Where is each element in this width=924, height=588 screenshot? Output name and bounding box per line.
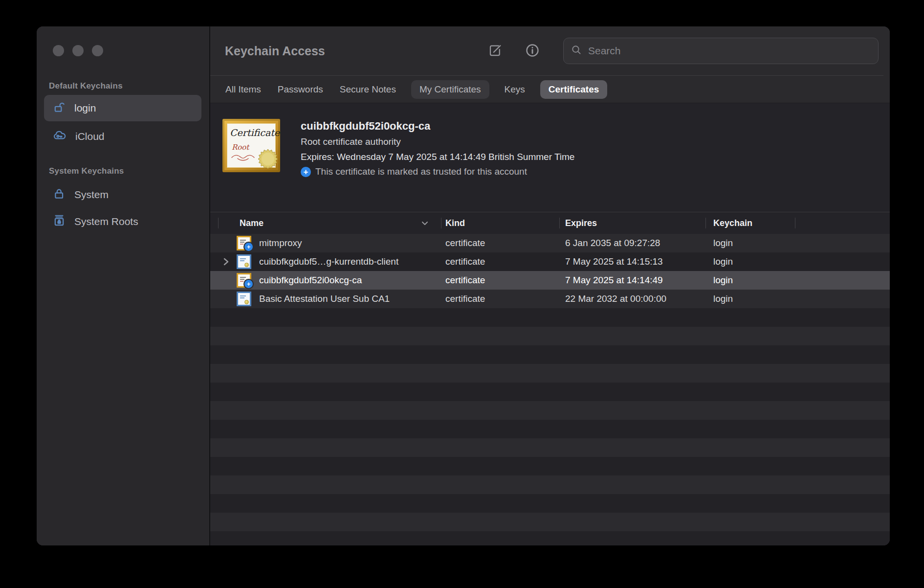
table-row[interactable]: + mitmproxy certificate 6 Jan 2035 at 09… xyxy=(210,234,890,252)
empty-row xyxy=(210,513,890,531)
app-title: Keychain Access xyxy=(225,26,325,76)
certificate-list: + mitmproxy certificate 6 Jan 2035 at 09… xyxy=(210,234,890,545)
sidebar-section-system-keychains: System Keychains xyxy=(49,166,124,176)
table-row-selected[interactable]: + cuibbfkgdubf52i0okcg-ca certificate 7 … xyxy=(210,271,890,290)
lock-box-icon xyxy=(53,214,66,229)
close-button[interactable] xyxy=(53,45,64,56)
zoom-button[interactable] xyxy=(92,45,103,56)
content-area: Keychain Access xyxy=(210,26,890,545)
empty-row xyxy=(210,457,890,475)
tab-my-certificates[interactable]: My Certificates xyxy=(411,80,489,99)
sidebar-item-label: System xyxy=(74,189,109,201)
unlocked-padlock-icon xyxy=(53,101,66,116)
column-header-expires[interactable]: Expires xyxy=(565,212,597,234)
disclosure-chevron-icon[interactable] xyxy=(222,257,230,269)
empty-row xyxy=(210,420,890,438)
root-certificate-icon: Certificate Root xyxy=(222,119,280,172)
search-input[interactable] xyxy=(587,45,871,57)
minimize-button[interactable] xyxy=(72,45,84,56)
certificate-detail-panel: Certificate Root cuibbfkgdubf52i0okcg-ca… xyxy=(210,103,890,212)
seal-icon xyxy=(244,263,249,267)
empty-row xyxy=(210,494,890,513)
tab-passwords[interactable]: Passwords xyxy=(269,80,331,99)
empty-row xyxy=(210,364,890,383)
new-item-button[interactable] xyxy=(488,26,503,76)
compose-icon xyxy=(488,43,503,59)
empty-row xyxy=(210,308,890,327)
certificate-icon xyxy=(237,292,251,306)
sidebar-item-label: login xyxy=(74,102,96,114)
tab-secure-notes[interactable]: Secure Notes xyxy=(331,80,404,99)
empty-row xyxy=(210,345,890,364)
sidebar-item-system-roots[interactable]: System Roots xyxy=(44,208,201,235)
search-field[interactable] xyxy=(563,38,879,64)
empty-row xyxy=(210,475,890,494)
empty-row xyxy=(210,401,890,420)
sidebar-item-label: iCloud xyxy=(75,131,105,142)
toolbar: Keychain Access xyxy=(210,26,890,76)
tab-bar: All Items Passwords Secure Notes My Cert… xyxy=(210,76,890,103)
cloud-key-icon xyxy=(53,129,66,144)
sidebar: Default Keychains login iCloud System Ke… xyxy=(37,26,209,545)
sidebar-item-label: System Roots xyxy=(74,216,138,227)
column-header-kind[interactable]: Kind xyxy=(445,212,465,234)
column-header-keychain[interactable]: Keychain xyxy=(713,212,752,234)
certificate-kind: Root certificate authority xyxy=(301,136,401,147)
certificate-trust-status: + This certificate is marked as trusted … xyxy=(301,166,527,177)
empty-row xyxy=(210,438,890,457)
window-controls xyxy=(53,45,103,56)
tab-all-items[interactable]: All Items xyxy=(217,80,269,99)
certificate-expiry: Expires: Wednesday 7 May 2025 at 14:14:4… xyxy=(301,152,574,162)
trusted-plus-icon: + xyxy=(301,167,311,177)
table-filler xyxy=(210,308,890,545)
empty-row xyxy=(210,531,890,545)
seal-icon xyxy=(244,300,249,304)
search-icon xyxy=(571,44,582,58)
column-header-name[interactable]: Name xyxy=(240,212,264,234)
tab-keys[interactable]: Keys xyxy=(496,80,533,99)
trusted-certificate-icon: + xyxy=(237,273,251,288)
sidebar-item-icloud[interactable]: iCloud xyxy=(44,123,201,150)
table-row[interactable]: Basic Attestation User Sub CA1 certifica… xyxy=(210,290,890,308)
table-row[interactable]: cuibbfkgdubf5…g-kurrentdb-client certifi… xyxy=(210,252,890,271)
sidebar-section-default-keychains: Default Keychains xyxy=(49,81,123,91)
certificate-icon xyxy=(237,254,251,269)
sidebar-item-system[interactable]: System xyxy=(44,181,201,208)
empty-row xyxy=(210,383,890,401)
sort-chevron-down-icon[interactable] xyxy=(420,220,429,228)
info-icon xyxy=(525,43,540,60)
keychain-access-window: Default Keychains login iCloud System Ke… xyxy=(37,26,890,545)
sidebar-item-login[interactable]: login xyxy=(44,95,201,121)
desktop: { "window": { "title": "Keychain Access"… xyxy=(0,0,924,588)
tab-certificates[interactable]: Certificates xyxy=(540,80,608,99)
info-button[interactable] xyxy=(525,26,540,76)
trust-badge-icon: + xyxy=(243,279,254,289)
locked-padlock-icon xyxy=(53,187,66,203)
empty-row xyxy=(210,327,890,345)
certificate-name: cuibbfkgdubf52i0okcg-ca xyxy=(301,120,430,133)
table-header: Name Kind Expires Keychain xyxy=(210,212,890,235)
trusted-certificate-icon: + xyxy=(237,236,251,250)
trust-badge-icon: + xyxy=(243,242,254,252)
